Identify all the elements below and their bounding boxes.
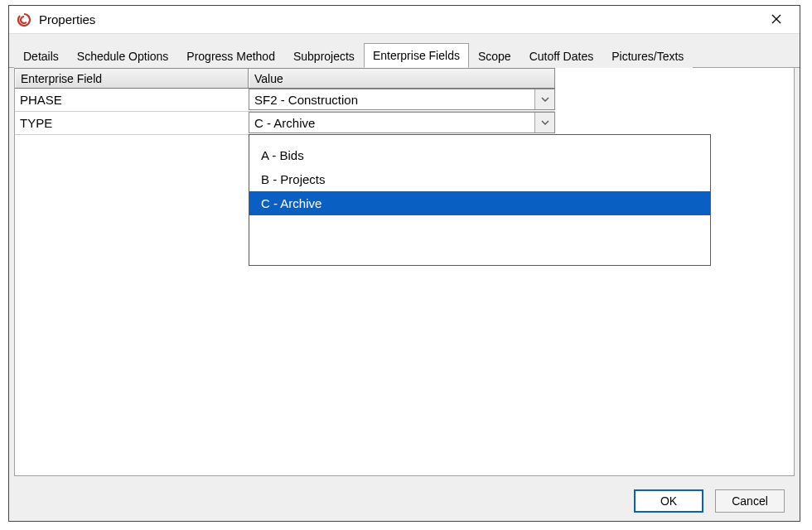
close-icon	[771, 12, 781, 27]
field-label-phase: PHASE	[15, 89, 249, 111]
enterprise-fields-grid: Enterprise Field Value PHASE SF2 - Const…	[15, 68, 555, 135]
phase-combo[interactable]: SF2 - Construction	[249, 89, 555, 110]
dropdown-option-a-bids[interactable]: A - Bids	[249, 143, 710, 167]
column-header-value[interactable]: Value	[249, 69, 555, 88]
grid-header: Enterprise Field Value	[15, 69, 555, 89]
tab-progress-method[interactable]: Progress Method	[177, 44, 284, 68]
properties-dialog: Properties Details Schedule Options Prog…	[8, 5, 800, 522]
chevron-down-icon	[534, 89, 554, 109]
window-title: Properties	[39, 12, 760, 26]
tab-scope[interactable]: Scope	[469, 44, 520, 68]
app-icon	[16, 12, 32, 28]
column-header-field[interactable]: Enterprise Field	[15, 69, 249, 88]
chevron-down-icon	[534, 113, 554, 132]
tabstrip: Details Schedule Options Progress Method…	[9, 34, 800, 68]
dropdown-option-c-archive[interactable]: C - Archive	[249, 191, 710, 215]
table-row: PHASE SF2 - Construction	[15, 89, 555, 112]
tab-pictures-texts[interactable]: Pictures/Texts	[602, 44, 693, 68]
tab-schedule-options[interactable]: Schedule Options	[68, 44, 178, 68]
ok-button[interactable]: OK	[634, 489, 703, 513]
dropdown-option-b-projects[interactable]: B - Projects	[249, 167, 710, 191]
tab-details[interactable]: Details	[14, 44, 68, 68]
table-row: TYPE C - Archive	[15, 112, 555, 135]
type-dropdown: A - Bids B - Projects C - Archive	[249, 134, 711, 266]
titlebar: Properties	[9, 6, 800, 34]
close-button[interactable]	[760, 6, 793, 33]
type-value: C - Archive	[249, 116, 534, 130]
button-bar: OK Cancel	[9, 481, 800, 521]
enterprise-fields-panel: Enterprise Field Value PHASE SF2 - Const…	[14, 68, 795, 476]
phase-value: SF2 - Construction	[249, 93, 534, 107]
dropdown-spacer	[249, 215, 710, 257]
tab-enterprise-fields[interactable]: Enterprise Fields	[364, 43, 469, 68]
cancel-button[interactable]: Cancel	[715, 489, 785, 513]
tab-subprojects[interactable]: Subprojects	[284, 44, 364, 68]
type-combo[interactable]: C - Archive	[249, 112, 555, 133]
tab-cutoff-dates[interactable]: Cutoff Dates	[520, 44, 603, 68]
field-label-type: TYPE	[15, 112, 249, 134]
